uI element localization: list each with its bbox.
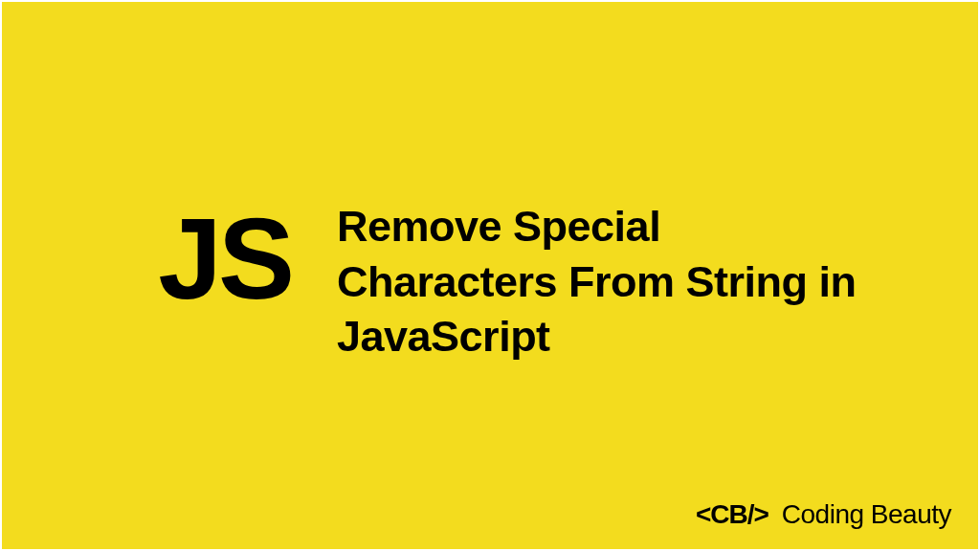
banner-card: JS Remove Special Characters From String…: [2, 2, 978, 549]
js-logo: JS: [158, 207, 291, 310]
attribution-tag: <CB/>: [696, 499, 768, 530]
banner-content: JS Remove Special Characters From String…: [158, 199, 882, 364]
banner-title: Remove Special Characters From String in…: [337, 199, 882, 364]
attribution-brand: Coding Beauty: [782, 499, 951, 530]
attribution: <CB/> Coding Beauty: [696, 499, 951, 530]
